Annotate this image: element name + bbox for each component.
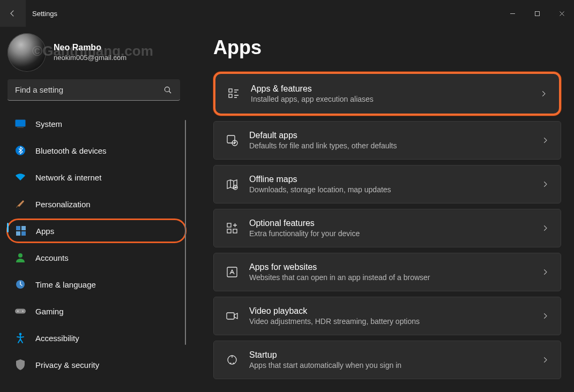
- search-input[interactable]: [8, 79, 180, 101]
- card-subtitle: Apps that start automatically when you s…: [249, 360, 531, 371]
- svg-rect-15: [229, 89, 232, 92]
- sidebar-item-personalization[interactable]: Personalization: [8, 191, 185, 217]
- sidebar-item-accounts[interactable]: Accounts: [8, 244, 185, 271]
- card-title: Offline maps: [249, 174, 531, 185]
- card-default-apps[interactable]: Default apps Defaults for file and link …: [213, 121, 561, 160]
- apps-icon: [16, 225, 26, 236]
- card-subtitle: Extra functionality for your device: [249, 229, 531, 239]
- svg-rect-3: [17, 127, 24, 128]
- card-subtitle: Downloads, storage location, map updates: [249, 185, 531, 195]
- svg-rect-17: [227, 135, 235, 143]
- svg-rect-0: [535, 11, 539, 16]
- main-content: Apps Apps & features Installed apps, app…: [198, 27, 574, 392]
- card-subtitle: Installed apps, app execution aliases: [251, 94, 529, 104]
- sidebar-item-apps[interactable]: Apps: [6, 218, 187, 243]
- card-title: Optional features: [249, 217, 531, 229]
- chevron-right-icon: [541, 137, 549, 144]
- card-optional-features[interactable]: Optional features Extra functionality fo…: [213, 209, 561, 247]
- card-offline-maps[interactable]: Offline maps Downloads, storage location…: [213, 165, 561, 203]
- svg-point-12: [17, 311, 18, 312]
- map-icon: [226, 178, 238, 191]
- card-title: Default apps: [249, 130, 531, 141]
- chevron-right-icon: [541, 356, 549, 364]
- svg-point-14: [19, 333, 22, 336]
- sidebar-item-label: System: [35, 119, 62, 129]
- system-icon: [15, 118, 26, 129]
- sidebar-item-label: Time & language: [35, 280, 96, 289]
- sidebar-item-label: Apps: [36, 227, 54, 236]
- apps-features-icon: [227, 87, 240, 100]
- window-controls: [500, 5, 574, 22]
- svg-rect-6: [21, 226, 26, 230]
- minimize-button[interactable]: [500, 5, 525, 22]
- svg-point-13: [22, 311, 23, 312]
- user-name: Neo Rambo: [54, 42, 126, 53]
- maximize-button[interactable]: [525, 5, 549, 22]
- svg-rect-20: [227, 223, 231, 227]
- brush-icon: [15, 199, 26, 209]
- svg-rect-2: [16, 120, 26, 127]
- sidebar-item-privacy[interactable]: Privacy & security: [8, 351, 185, 378]
- sidebar-item-accessibility[interactable]: Accessibility: [8, 325, 185, 351]
- sidebar-item-label: Accounts: [35, 253, 69, 262]
- person-icon: [15, 252, 26, 263]
- svg-point-9: [18, 253, 23, 258]
- chevron-right-icon: [541, 268, 549, 276]
- sidebar-item-label: Network & internet: [35, 173, 101, 182]
- search-icon: [163, 85, 173, 95]
- wifi-icon: [15, 172, 26, 183]
- sidebar-item-bluetooth[interactable]: Bluetooth & devices: [8, 137, 185, 164]
- sidebar: Neo Rambo neokim005@gmail.com ©Gantriman…: [0, 27, 198, 392]
- sidebar-item-label: Personalization: [35, 200, 91, 209]
- card-video-playback[interactable]: Video playback Video adjustments, HDR st…: [213, 297, 561, 335]
- sidebar-item-label: Privacy & security: [35, 360, 99, 370]
- svg-rect-23: [227, 267, 237, 277]
- startup-icon: [226, 353, 238, 366]
- svg-rect-21: [227, 229, 231, 233]
- close-button[interactable]: [549, 5, 574, 22]
- card-subtitle: Video adjustments, HDR streaming, batter…: [249, 316, 531, 327]
- sidebar-item-network[interactable]: Network & internet: [8, 164, 185, 191]
- sidebar-scrollbar[interactable]: [185, 120, 186, 345]
- svg-rect-16: [229, 94, 232, 97]
- card-title: Apps for websites: [249, 261, 531, 273]
- user-email: neokim005@gmail.com: [54, 53, 126, 63]
- svg-rect-5: [16, 226, 20, 230]
- accessibility-icon: [15, 333, 26, 343]
- back-button[interactable]: [0, 0, 26, 27]
- window-title: Settings: [32, 10, 57, 18]
- apps-websites-icon: [226, 266, 238, 278]
- card-title: Startup: [249, 349, 531, 361]
- svg-rect-11: [15, 308, 26, 313]
- card-startup[interactable]: Startup Apps that start automatically wh…: [213, 341, 561, 379]
- card-subtitle: Defaults for file and link types, other …: [249, 141, 531, 151]
- sidebar-item-gaming[interactable]: Gaming: [8, 298, 185, 325]
- avatar: [8, 33, 46, 72]
- shield-icon: [15, 359, 26, 370]
- optional-features-icon: [226, 222, 238, 235]
- card-subtitle: Websites that can open in an app instead…: [249, 273, 531, 283]
- page-title: Apps: [213, 36, 561, 59]
- card-title: Apps & features: [251, 83, 529, 95]
- svg-rect-8: [21, 231, 26, 236]
- sidebar-item-system[interactable]: System: [8, 110, 185, 137]
- chevron-right-icon: [541, 312, 549, 320]
- chevron-right-icon: [541, 224, 549, 232]
- svg-rect-22: [233, 229, 237, 233]
- active-indicator: [7, 223, 9, 232]
- gamepad-icon: [15, 306, 26, 316]
- nav: System Bluetooth & devices Network & int…: [8, 110, 185, 378]
- sidebar-item-time-language[interactable]: Time & language: [8, 271, 185, 298]
- chevron-right-icon: [541, 180, 549, 188]
- svg-rect-24: [227, 313, 234, 319]
- bluetooth-icon: [15, 145, 26, 156]
- user-profile[interactable]: Neo Rambo neokim005@gmail.com: [8, 33, 192, 72]
- card-apps-for-websites[interactable]: Apps for websites Websites that can open…: [213, 253, 561, 291]
- svg-rect-7: [16, 231, 20, 236]
- video-icon: [226, 310, 238, 322]
- card-title: Video playback: [249, 305, 531, 317]
- clock-icon: [15, 279, 26, 290]
- sidebar-item-label: Gaming: [35, 307, 64, 316]
- titlebar: Settings: [0, 0, 574, 27]
- card-apps-features[interactable]: Apps & features Installed apps, app exec…: [213, 72, 561, 116]
